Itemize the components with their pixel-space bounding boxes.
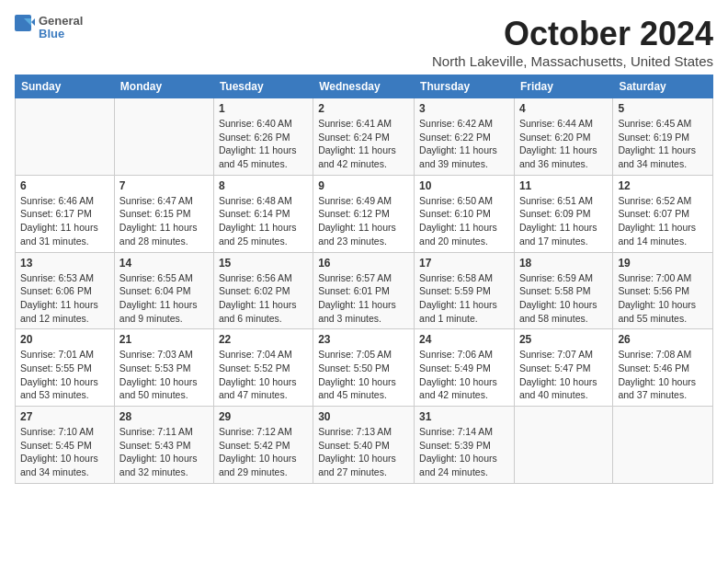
day-number: 31 xyxy=(419,410,509,423)
calendar-cell: 14Sunrise: 6:55 AM Sunset: 6:04 PM Dayli… xyxy=(114,252,213,329)
days-header-row: SundayMondayTuesdayWednesdayThursdayFrid… xyxy=(16,75,713,98)
day-number: 22 xyxy=(219,333,308,346)
calendar-cell: 1Sunrise: 6:40 AM Sunset: 6:26 PM Daylig… xyxy=(213,98,313,176)
day-number: 13 xyxy=(20,257,109,270)
calendar-cell: 4Sunrise: 6:44 AM Sunset: 6:20 PM Daylig… xyxy=(514,98,612,176)
day-number: 21 xyxy=(119,333,209,346)
day-number: 25 xyxy=(519,333,608,346)
day-header-sunday: Sunday xyxy=(16,75,115,98)
day-number: 5 xyxy=(618,102,708,115)
day-number: 20 xyxy=(20,333,109,346)
calendar-cell: 21Sunrise: 7:03 AM Sunset: 5:53 PM Dayli… xyxy=(114,329,213,407)
logo-line1: General xyxy=(39,15,83,28)
day-info: Sunrise: 6:49 AM Sunset: 6:12 PM Dayligh… xyxy=(318,194,409,248)
day-header-monday: Monday xyxy=(114,75,213,98)
day-info: Sunrise: 6:47 AM Sunset: 6:15 PM Dayligh… xyxy=(119,194,209,248)
calendar-cell: 7Sunrise: 6:47 AM Sunset: 6:15 PM Daylig… xyxy=(114,175,213,252)
day-info: Sunrise: 7:04 AM Sunset: 5:52 PM Dayligh… xyxy=(219,348,308,402)
calendar-cell: 18Sunrise: 6:59 AM Sunset: 5:58 PM Dayli… xyxy=(514,252,612,329)
calendar-cell: 8Sunrise: 6:48 AM Sunset: 6:14 PM Daylig… xyxy=(213,175,313,252)
day-info: Sunrise: 6:59 AM Sunset: 5:58 PM Dayligh… xyxy=(519,271,608,326)
week-row-5: 27Sunrise: 7:10 AM Sunset: 5:45 PM Dayli… xyxy=(16,407,713,484)
calendar-cell: 22Sunrise: 7:04 AM Sunset: 5:52 PM Dayli… xyxy=(213,329,313,407)
day-number: 3 xyxy=(419,102,509,115)
calendar-cell: 19Sunrise: 7:00 AM Sunset: 5:56 PM Dayli… xyxy=(613,252,713,329)
calendar-table: SundayMondayTuesdayWednesdayThursdayFrid… xyxy=(15,75,713,484)
day-info: Sunrise: 6:41 AM Sunset: 6:24 PM Dayligh… xyxy=(318,117,409,171)
calendar-cell: 5Sunrise: 6:45 AM Sunset: 6:19 PM Daylig… xyxy=(613,98,713,176)
calendar-cell: 10Sunrise: 6:50 AM Sunset: 6:10 PM Dayli… xyxy=(415,175,515,252)
day-info: Sunrise: 7:08 AM Sunset: 5:46 PM Dayligh… xyxy=(618,348,708,402)
day-number: 4 xyxy=(519,102,608,115)
day-number: 1 xyxy=(219,102,308,115)
day-info: Sunrise: 7:12 AM Sunset: 5:42 PM Dayligh… xyxy=(219,425,308,479)
day-number: 8 xyxy=(219,179,308,192)
day-info: Sunrise: 6:53 AM Sunset: 6:06 PM Dayligh… xyxy=(20,271,109,326)
day-info: Sunrise: 7:13 AM Sunset: 5:40 PM Dayligh… xyxy=(318,425,409,479)
day-number: 19 xyxy=(618,257,708,270)
day-info: Sunrise: 6:56 AM Sunset: 6:02 PM Dayligh… xyxy=(219,271,308,326)
day-header-thursday: Thursday xyxy=(415,75,515,98)
day-header-tuesday: Tuesday xyxy=(213,75,313,98)
calendar-cell xyxy=(613,407,713,484)
day-number: 7 xyxy=(119,179,209,192)
calendar-cell: 26Sunrise: 7:08 AM Sunset: 5:46 PM Dayli… xyxy=(613,329,713,407)
day-info: Sunrise: 6:50 AM Sunset: 6:10 PM Dayligh… xyxy=(419,194,509,248)
day-info: Sunrise: 7:05 AM Sunset: 5:50 PM Dayligh… xyxy=(318,348,409,402)
calendar-cell: 2Sunrise: 6:41 AM Sunset: 6:24 PM Daylig… xyxy=(313,98,415,176)
calendar-cell: 27Sunrise: 7:10 AM Sunset: 5:45 PM Dayli… xyxy=(16,407,115,484)
calendar-cell xyxy=(114,98,213,176)
day-info: Sunrise: 6:48 AM Sunset: 6:14 PM Dayligh… xyxy=(219,194,308,248)
day-info: Sunrise: 6:45 AM Sunset: 6:19 PM Dayligh… xyxy=(618,117,708,171)
calendar-cell: 25Sunrise: 7:07 AM Sunset: 5:47 PM Dayli… xyxy=(514,329,612,407)
day-number: 28 xyxy=(119,410,209,423)
svg-marker-2 xyxy=(31,18,35,26)
logo: General Blue xyxy=(15,15,83,41)
day-info: Sunrise: 6:46 AM Sunset: 6:17 PM Dayligh… xyxy=(20,194,109,248)
day-info: Sunrise: 6:57 AM Sunset: 6:01 PM Dayligh… xyxy=(318,271,409,326)
day-info: Sunrise: 6:55 AM Sunset: 6:04 PM Dayligh… xyxy=(119,271,209,326)
day-info: Sunrise: 6:44 AM Sunset: 6:20 PM Dayligh… xyxy=(519,117,608,171)
day-number: 14 xyxy=(119,257,209,270)
page-header: General Blue October 2024 North Lakevill… xyxy=(15,15,713,69)
calendar-cell: 11Sunrise: 6:51 AM Sunset: 6:09 PM Dayli… xyxy=(514,175,612,252)
day-info: Sunrise: 6:42 AM Sunset: 6:22 PM Dayligh… xyxy=(419,117,509,171)
day-number: 27 xyxy=(20,410,109,423)
day-number: 11 xyxy=(519,179,608,192)
day-number: 16 xyxy=(318,257,409,270)
day-info: Sunrise: 7:14 AM Sunset: 5:39 PM Dayligh… xyxy=(419,425,509,479)
calendar-cell: 12Sunrise: 6:52 AM Sunset: 6:07 PM Dayli… xyxy=(613,175,713,252)
day-number: 9 xyxy=(318,179,409,192)
day-number: 2 xyxy=(318,102,409,115)
day-info: Sunrise: 7:07 AM Sunset: 5:47 PM Dayligh… xyxy=(519,348,608,402)
day-info: Sunrise: 6:58 AM Sunset: 5:59 PM Dayligh… xyxy=(419,271,509,326)
week-row-3: 13Sunrise: 6:53 AM Sunset: 6:06 PM Dayli… xyxy=(16,252,713,329)
location-title: North Lakeville, Massachusetts, United S… xyxy=(432,53,713,69)
day-number: 12 xyxy=(618,179,708,192)
title-area: October 2024 North Lakeville, Massachuse… xyxy=(432,15,713,69)
calendar-cell: 28Sunrise: 7:11 AM Sunset: 5:43 PM Dayli… xyxy=(114,407,213,484)
calendar-cell: 16Sunrise: 6:57 AM Sunset: 6:01 PM Dayli… xyxy=(313,252,415,329)
day-info: Sunrise: 6:40 AM Sunset: 6:26 PM Dayligh… xyxy=(219,117,308,171)
day-info: Sunrise: 7:01 AM Sunset: 5:55 PM Dayligh… xyxy=(20,348,109,402)
day-number: 23 xyxy=(318,333,409,346)
day-number: 15 xyxy=(219,257,308,270)
day-header-wednesday: Wednesday xyxy=(313,75,415,98)
day-number: 10 xyxy=(419,179,509,192)
week-row-1: 1Sunrise: 6:40 AM Sunset: 6:26 PM Daylig… xyxy=(16,98,713,176)
day-info: Sunrise: 6:51 AM Sunset: 6:09 PM Dayligh… xyxy=(519,194,608,248)
logo-text: General Blue xyxy=(39,15,83,41)
calendar-cell: 30Sunrise: 7:13 AM Sunset: 5:40 PM Dayli… xyxy=(313,407,415,484)
day-info: Sunrise: 7:00 AM Sunset: 5:56 PM Dayligh… xyxy=(618,271,708,326)
week-row-4: 20Sunrise: 7:01 AM Sunset: 5:55 PM Dayli… xyxy=(16,329,713,407)
calendar-cell xyxy=(16,98,115,176)
calendar-cell: 13Sunrise: 6:53 AM Sunset: 6:06 PM Dayli… xyxy=(16,252,115,329)
calendar-cell: 17Sunrise: 6:58 AM Sunset: 5:59 PM Dayli… xyxy=(415,252,515,329)
day-number: 24 xyxy=(419,333,509,346)
day-number: 30 xyxy=(318,410,409,423)
day-number: 17 xyxy=(419,257,509,270)
day-number: 29 xyxy=(219,410,308,423)
day-header-friday: Friday xyxy=(514,75,612,98)
logo-icon xyxy=(15,15,35,40)
day-info: Sunrise: 7:03 AM Sunset: 5:53 PM Dayligh… xyxy=(119,348,209,402)
